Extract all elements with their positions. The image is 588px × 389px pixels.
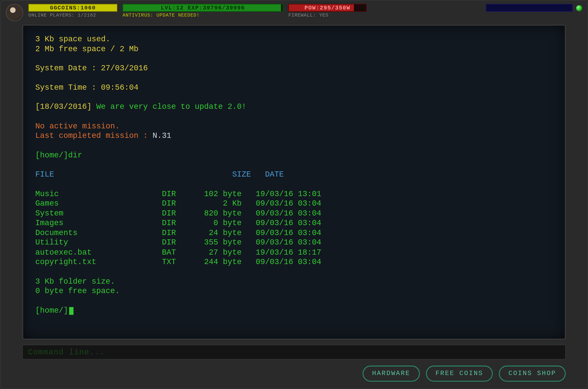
terminal[interactable]: 3 Kb space used. 2 Mb free space / 2 Mb …	[22, 25, 566, 340]
last-mission: Last completed mission : N.31	[35, 131, 553, 141]
file-row: Music DIR 102 byte 19/03/16 13:01	[35, 189, 553, 198]
exp-label: LVL:12 EXP:39796/39996	[161, 4, 245, 11]
bottom-bar: HARDWARE FREE COINS COINS SHOP	[1, 359, 588, 389]
file-row: copyright.txt TXT 244 byte 09/03/16 03:0…	[35, 257, 553, 267]
file-row: System DIR 820 byte 09/03/16 03:04	[35, 208, 553, 218]
space-used: 3 Kb space used.	[35, 34, 553, 44]
notification-box[interactable]	[486, 4, 573, 12]
pow-bar[interactable]: POW:295/350W	[288, 4, 367, 12]
news-line: [18/03/2016] We are very close to update…	[35, 102, 553, 112]
top-bar: GGCOINS:1060 ONLINE PLAYERS: 1/2162 LVL:…	[1, 0, 588, 22]
system-date: System Date : 27/03/2016	[35, 63, 553, 73]
free-coins-button[interactable]: FREE COINS	[426, 366, 493, 382]
command-input[interactable]	[22, 345, 566, 359]
pow-label: POW:295/350W	[304, 4, 350, 11]
command-line-wrap	[22, 345, 566, 359]
firewall-status: FIREWALL: YES	[288, 12, 367, 18]
avatar[interactable]	[6, 4, 23, 21]
file-row: Games DIR 2 Kb 09/03/16 03:04	[35, 199, 553, 208]
coins-group: GGCOINS:1060 ONLINE PLAYERS: 1/2162	[28, 4, 117, 18]
free-space: 2 Mb free space / 2 Mb	[35, 44, 553, 54]
prompt-dir: [home/]dir	[35, 150, 553, 160]
coins-shop-button[interactable]: COINS SHOP	[499, 366, 566, 382]
free-space-end: 0 byte free space.	[35, 286, 553, 296]
hardware-button[interactable]: HARDWARE	[363, 366, 420, 382]
cursor-icon	[69, 307, 74, 315]
dir-header: FILE SIZE DATE	[35, 170, 553, 179]
exp-group: LVL:12 EXP:39796/39996 ANTIVIRUS: UPDATE…	[122, 4, 283, 18]
coins-bar[interactable]: GGCOINS:1060	[28, 4, 117, 12]
exp-bar[interactable]: LVL:12 EXP:39796/39996	[122, 4, 283, 12]
folder-size: 3 Kb folder size.	[35, 277, 553, 286]
pow-group: POW:295/350W FIREWALL: YES	[288, 4, 367, 18]
system-time: System Time : 09:56:04	[35, 83, 553, 92]
prompt: [home/]	[35, 306, 553, 315]
right-group	[486, 4, 582, 12]
no-mission: No active mission.	[35, 121, 553, 131]
online-players: ONLINE PLAYERS: 1/2162	[28, 12, 117, 18]
coins-label: GGCOINS:1060	[50, 4, 96, 11]
antivirus-status: ANTIVIRUS: UPDATE NEEDED!	[122, 12, 283, 18]
status-led-icon	[576, 5, 582, 11]
file-row: autoexec.bat BAT 27 byte 19/03/16 18:17	[35, 248, 553, 257]
file-row: Documents DIR 24 byte 09/03/16 03:04	[35, 228, 553, 238]
file-row: Images DIR 0 byte 09/03/16 03:04	[35, 218, 553, 228]
terminal-frame: 3 Kb space used. 2 Mb free space / 2 Mb …	[22, 25, 566, 340]
game-window: GGCOINS:1060 ONLINE PLAYERS: 1/2162 LVL:…	[0, 0, 588, 389]
file-row: Utility DIR 355 byte 09/03/16 03:04	[35, 238, 553, 247]
